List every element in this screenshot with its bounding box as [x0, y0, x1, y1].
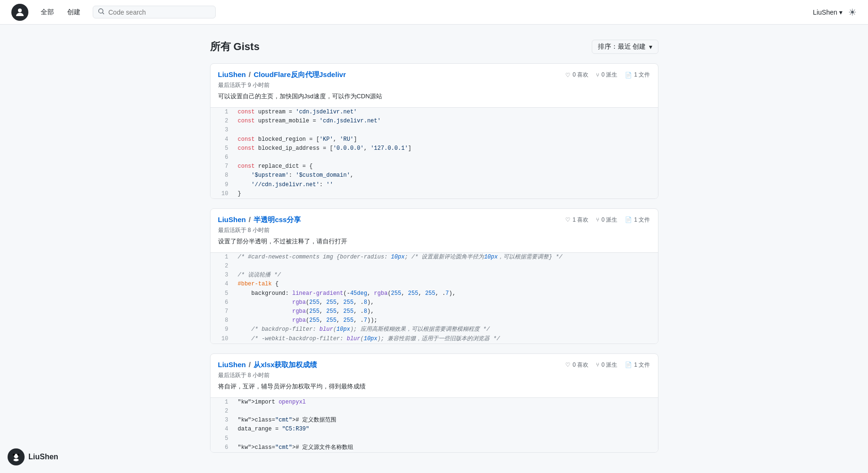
line-code: rgba(255, 255, 255, .7));: [234, 316, 658, 325]
line-code: rgba(255, 255, 255, .8),: [234, 298, 658, 307]
theme-toggle-icon[interactable]: ☀: [848, 7, 857, 18]
gist-desc: 设置了部分半透明，不过被注释了，请自行打开: [218, 237, 650, 246]
code-line: 2const upstream_mobile = 'cdn.jsdelivr.n…: [210, 117, 658, 126]
like-stat[interactable]: ♡ 0 喜欢: [565, 71, 588, 79]
gist-meta: 最后活跃于 8 小时前: [218, 226, 650, 234]
line-number: 4: [210, 280, 234, 289]
line-number: 4: [210, 135, 234, 144]
code-line: 1const upstream = 'cdn.jsdelivr.net': [210, 108, 658, 117]
svg-point-4: [14, 455, 15, 456]
line-code: [234, 126, 658, 135]
code-line: 10 /* -webkit-backdrop-filter: blur(10px…: [210, 335, 658, 344]
code-line: 6"kw">class="cmt"># 定义源文件名称数组: [210, 443, 658, 452]
line-code: const upstream_mobile = 'cdn.jsdelivr.ne…: [234, 117, 658, 126]
code-line: 1"kw">import openpyxl: [210, 398, 658, 407]
fork-stat[interactable]: ⑂ 0 派生: [596, 216, 617, 224]
file-icon: 📄: [625, 216, 632, 223]
code-line: 6: [210, 153, 658, 162]
line-number: 10: [210, 189, 234, 198]
line-code: /* backdrop-filter: blur(10px); 应用高斯模糊效果…: [234, 325, 658, 334]
search-icon: [98, 8, 105, 16]
gist-title-link[interactable]: LiuShen / 从xlsx获取加权成绩: [218, 361, 317, 370]
line-code: const upstream = 'cdn.jsdelivr.net': [234, 108, 658, 117]
line-number: 8: [210, 171, 234, 180]
line-code: "kw">class="cmt"># 定义数据范围: [234, 416, 658, 425]
code-line: 5 background: linear-gradient(-45deg, rg…: [210, 289, 658, 298]
line-number: 10: [210, 335, 234, 344]
site-logo[interactable]: [11, 4, 28, 21]
line-number: 3: [210, 126, 234, 135]
gist-title-link[interactable]: LiuShen / CloudFlare反向代理Jsdelivr: [218, 70, 346, 79]
line-number: 7: [210, 307, 234, 316]
line-code: [234, 153, 658, 162]
sort-label: 排序：最近 创建: [598, 43, 646, 51]
code-line: 4const blocked_region = ['KP', 'RU']: [210, 135, 658, 144]
gist-stats: ♡ 0 喜欢 ⑂ 0 派生 📄 1 文件: [565, 361, 650, 369]
gists-list: LiuShen / CloudFlare反向代理Jsdelivr ♡ 0 喜欢 …: [210, 63, 658, 453]
like-count: 1 喜欢: [572, 216, 588, 224]
line-code: "kw">import openpyxl: [234, 398, 658, 407]
file-stat: 📄 1 文件: [625, 71, 650, 79]
gist-stats: ♡ 0 喜欢 ⑂ 0 派生 📄 1 文件: [565, 71, 650, 79]
gist-meta: 最后活跃于 8 小时前: [218, 371, 650, 379]
line-code: '$upstream': '$custom_domain',: [234, 171, 658, 180]
code-line: 7 rgba(255, 255, 255, .8),: [210, 307, 658, 316]
chevron-down-icon: ▾: [839, 9, 842, 16]
code-block: 1const upstream = 'cdn.jsdelivr.net'2con…: [210, 107, 658, 198]
header-right: LiuShen ▾ ☀: [813, 7, 857, 18]
line-number: 6: [210, 153, 234, 162]
like-count: 0 喜欢: [572, 71, 588, 79]
line-number: 3: [210, 416, 234, 425]
fork-count: 0 派生: [601, 216, 617, 224]
code-line: 2: [210, 262, 658, 271]
line-code: [234, 407, 658, 416]
code-line: 9 '//cdn.jsdelivr.net': '': [210, 181, 658, 189]
gist-title-link[interactable]: LiuShen / 半透明css分享: [218, 215, 301, 224]
heart-icon: ♡: [565, 216, 570, 223]
sort-button[interactable]: 排序：最近 创建 ▾: [592, 40, 658, 54]
line-code: }: [234, 189, 658, 198]
line-code: rgba(255, 255, 255, .8),: [234, 307, 658, 316]
code-line: 1/* #card-newest-comments img {border-ra…: [210, 253, 658, 262]
fork-icon: ⑂: [596, 72, 599, 78]
user-name-label: LiuShen: [813, 9, 837, 16]
gist-stats: ♡ 1 喜欢 ⑂ 0 派生 📄 1 文件: [565, 216, 650, 224]
line-number: 2: [210, 117, 234, 126]
nav-create[interactable]: 创建: [64, 6, 83, 18]
svg-point-5: [17, 455, 18, 456]
fork-icon: ⑂: [596, 216, 599, 223]
line-code: '//cdn.jsdelivr.net': '': [234, 181, 658, 189]
line-number: 5: [210, 289, 234, 298]
main-content: 所有 Gists 排序：最近 创建 ▾ LiuShen / CloudFlare…: [202, 25, 666, 473]
file-icon: 📄: [625, 361, 632, 368]
like-stat[interactable]: ♡ 0 喜欢: [565, 361, 588, 369]
header-nav: 全部 创建: [38, 6, 83, 18]
code-line: 8 '$upstream': '$custom_domain',: [210, 171, 658, 180]
line-code: #bber-talk {: [234, 280, 658, 289]
fork-stat[interactable]: ⑂ 0 派生: [596, 361, 617, 369]
like-stat[interactable]: ♡ 1 喜欢: [565, 216, 588, 224]
line-code: const blocked_region = ['KP', 'RU']: [234, 135, 658, 144]
line-number: 9: [210, 325, 234, 334]
search-box: [93, 6, 216, 18]
svg-point-0: [18, 9, 22, 12]
gist-card: LiuShen / 半透明css分享 ♡ 1 喜欢 ⑂ 0 派生 📄 1 文件 …: [210, 208, 658, 344]
sort-chevron-icon: ▾: [649, 43, 652, 51]
code-block: 1"kw">import openpyxl2 3"kw">class="cmt"…: [210, 397, 658, 452]
heart-icon: ♡: [565, 361, 570, 368]
file-icon: 📄: [625, 72, 632, 78]
code-line: 4#bber-talk {: [210, 280, 658, 289]
gist-desc: 将自评，互评，辅导员评分加权取平均，得到最终成绩: [218, 382, 650, 391]
code-line: 3: [210, 126, 658, 135]
gist-meta: 最后活跃于 9 小时前: [218, 81, 650, 89]
line-code: /* -webkit-backdrop-filter: blur(10px); …: [234, 335, 658, 344]
file-stat: 📄 1 文件: [625, 361, 650, 369]
code-line: 3/* 说说轮播 */: [210, 271, 658, 280]
line-number: 3: [210, 271, 234, 280]
code-block: 1/* #card-newest-comments img {border-ra…: [210, 252, 658, 344]
user-menu[interactable]: LiuShen ▾: [813, 9, 842, 16]
fork-stat[interactable]: ⑂ 0 派生: [596, 71, 617, 79]
nav-all[interactable]: 全部: [38, 6, 57, 18]
search-input[interactable]: [108, 9, 210, 16]
line-code: [234, 434, 658, 443]
